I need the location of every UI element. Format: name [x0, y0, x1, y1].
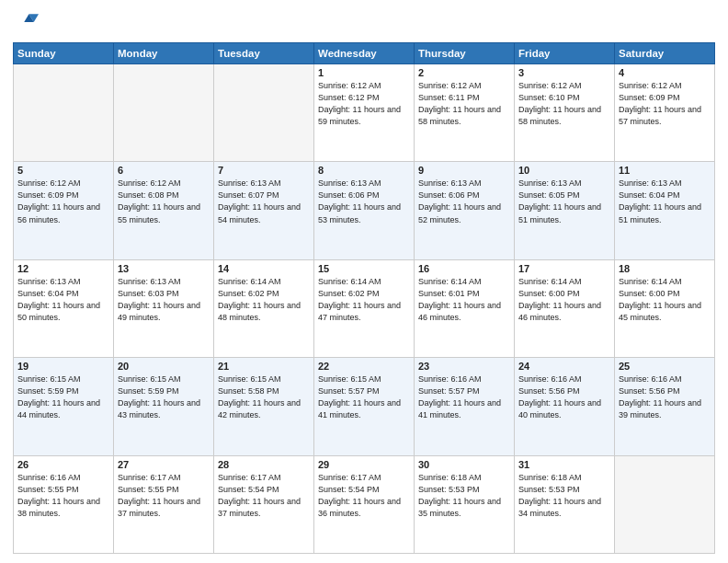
day-info: Sunrise: 6:13 AMSunset: 6:06 PMDaylight:…: [318, 178, 410, 225]
day-info: Sunrise: 6:12 AMSunset: 6:11 PMDaylight:…: [418, 80, 510, 128]
day-info: Sunrise: 6:13 AMSunset: 6:05 PMDaylight:…: [518, 178, 610, 225]
day-number: 6: [118, 165, 210, 176]
day-number: 17: [518, 263, 610, 274]
weekday-header-saturday: Saturday: [615, 43, 715, 64]
day-number: 27: [118, 459, 210, 470]
day-number: 16: [418, 263, 510, 274]
calendar-cell: [114, 64, 214, 162]
day-number: 14: [218, 263, 310, 274]
calendar-cell: 27Sunrise: 6:17 AMSunset: 5:55 PMDayligh…: [114, 455, 214, 553]
day-info: Sunrise: 6:17 AMSunset: 5:54 PMDaylight:…: [218, 472, 310, 520]
day-info: Sunrise: 6:15 AMSunset: 5:59 PMDaylight:…: [17, 373, 109, 421]
day-number: 19: [17, 361, 109, 372]
day-info: Sunrise: 6:18 AMSunset: 5:53 PMDaylight:…: [418, 472, 510, 520]
day-info: Sunrise: 6:12 AMSunset: 6:09 PMDaylight:…: [17, 178, 109, 225]
calendar-cell: [14, 64, 114, 162]
day-number: 1: [318, 67, 410, 78]
weekday-header-wednesday: Wednesday: [314, 43, 415, 64]
day-info: Sunrise: 6:14 AMSunset: 6:01 PMDaylight:…: [418, 276, 510, 324]
day-number: 13: [118, 263, 210, 274]
week-row-2: 5Sunrise: 6:12 AMSunset: 6:09 PMDaylight…: [14, 162, 715, 259]
day-number: 3: [518, 67, 610, 78]
calendar-cell: 14Sunrise: 6:14 AMSunset: 6:02 PMDayligh…: [214, 259, 314, 357]
day-number: 31: [518, 459, 610, 470]
calendar-cell: 8Sunrise: 6:13 AMSunset: 6:06 PMDaylight…: [314, 162, 415, 259]
day-number: 24: [518, 361, 610, 372]
week-row-4: 19Sunrise: 6:15 AMSunset: 5:59 PMDayligh…: [14, 358, 715, 455]
calendar-cell: 1Sunrise: 6:12 AMSunset: 6:12 PMDaylight…: [314, 64, 415, 162]
calendar-cell: 25Sunrise: 6:16 AMSunset: 5:56 PMDayligh…: [615, 358, 715, 455]
calendar-cell: 16Sunrise: 6:14 AMSunset: 6:01 PMDayligh…: [415, 259, 515, 357]
calendar-cell: 12Sunrise: 6:13 AMSunset: 6:04 PMDayligh…: [14, 259, 114, 357]
day-info: Sunrise: 6:18 AMSunset: 5:53 PMDaylight:…: [518, 472, 610, 520]
day-number: 26: [17, 459, 109, 470]
week-row-5: 26Sunrise: 6:16 AMSunset: 5:55 PMDayligh…: [14, 455, 715, 553]
calendar-cell: 17Sunrise: 6:14 AMSunset: 6:00 PMDayligh…: [515, 259, 615, 357]
day-number: 2: [418, 67, 510, 78]
day-info: Sunrise: 6:13 AMSunset: 6:06 PMDaylight:…: [418, 178, 510, 225]
day-number: 7: [218, 165, 310, 176]
day-number: 20: [118, 361, 210, 372]
day-info: Sunrise: 6:16 AMSunset: 5:56 PMDaylight:…: [619, 373, 711, 421]
day-info: Sunrise: 6:12 AMSunset: 6:12 PMDaylight:…: [318, 80, 410, 128]
day-number: 11: [619, 165, 711, 176]
calendar-cell: 31Sunrise: 6:18 AMSunset: 5:53 PMDayligh…: [515, 455, 615, 553]
calendar-cell: [615, 455, 715, 553]
day-info: Sunrise: 6:12 AMSunset: 6:08 PMDaylight:…: [118, 178, 210, 225]
week-row-1: 1Sunrise: 6:12 AMSunset: 6:12 PMDaylight…: [14, 64, 715, 162]
day-number: 8: [318, 165, 410, 176]
weekday-header-sunday: Sunday: [14, 43, 114, 64]
calendar-cell: 20Sunrise: 6:15 AMSunset: 5:59 PMDayligh…: [114, 358, 214, 455]
day-number: 9: [418, 165, 510, 176]
day-info: Sunrise: 6:14 AMSunset: 6:00 PMDaylight:…: [619, 276, 711, 324]
calendar-cell: 26Sunrise: 6:16 AMSunset: 5:55 PMDayligh…: [14, 455, 114, 553]
day-info: Sunrise: 6:13 AMSunset: 6:04 PMDaylight:…: [17, 276, 109, 324]
calendar-cell: 4Sunrise: 6:12 AMSunset: 6:09 PMDaylight…: [615, 64, 715, 162]
calendar-cell: 7Sunrise: 6:13 AMSunset: 6:07 PMDaylight…: [214, 162, 314, 259]
day-info: Sunrise: 6:16 AMSunset: 5:57 PMDaylight:…: [418, 373, 510, 421]
calendar-cell: [214, 64, 314, 162]
day-number: 28: [218, 459, 310, 470]
day-number: 23: [418, 361, 510, 372]
calendar-cell: 3Sunrise: 6:12 AMSunset: 6:10 PMDaylight…: [515, 64, 615, 162]
calendar-cell: 11Sunrise: 6:13 AMSunset: 6:04 PMDayligh…: [615, 162, 715, 259]
header: [13, 9, 715, 35]
day-info: Sunrise: 6:16 AMSunset: 5:56 PMDaylight:…: [518, 373, 610, 421]
day-number: 22: [318, 361, 410, 372]
weekday-header-thursday: Thursday: [415, 43, 515, 64]
calendar-cell: 2Sunrise: 6:12 AMSunset: 6:11 PMDaylight…: [415, 64, 515, 162]
calendar-cell: 15Sunrise: 6:14 AMSunset: 6:02 PMDayligh…: [314, 259, 415, 357]
day-info: Sunrise: 6:14 AMSunset: 6:02 PMDaylight:…: [218, 276, 310, 324]
calendar-cell: 28Sunrise: 6:17 AMSunset: 5:54 PMDayligh…: [214, 455, 314, 553]
calendar-cell: 5Sunrise: 6:12 AMSunset: 6:09 PMDaylight…: [14, 162, 114, 259]
calendar-cell: 24Sunrise: 6:16 AMSunset: 5:56 PMDayligh…: [515, 358, 615, 455]
day-info: Sunrise: 6:15 AMSunset: 5:58 PMDaylight:…: [218, 373, 310, 421]
calendar-cell: 9Sunrise: 6:13 AMSunset: 6:06 PMDaylight…: [415, 162, 515, 259]
day-info: Sunrise: 6:17 AMSunset: 5:55 PMDaylight:…: [118, 472, 210, 520]
day-number: 4: [619, 67, 711, 78]
weekday-header-monday: Monday: [114, 43, 214, 64]
weekday-header-friday: Friday: [515, 43, 615, 64]
day-info: Sunrise: 6:16 AMSunset: 5:55 PMDaylight:…: [17, 472, 109, 520]
logo: [13, 9, 40, 35]
weekday-header-tuesday: Tuesday: [214, 43, 314, 64]
day-number: 25: [619, 361, 711, 372]
day-number: 12: [17, 263, 109, 274]
day-number: 18: [619, 263, 711, 274]
calendar-cell: 19Sunrise: 6:15 AMSunset: 5:59 PMDayligh…: [14, 358, 114, 455]
day-info: Sunrise: 6:17 AMSunset: 5:54 PMDaylight:…: [318, 472, 410, 520]
day-info: Sunrise: 6:12 AMSunset: 6:10 PMDaylight:…: [518, 80, 610, 128]
logo-icon: [13, 9, 39, 35]
weekday-header-row: SundayMondayTuesdayWednesdayThursdayFrid…: [14, 43, 715, 64]
calendar: SundayMondayTuesdayWednesdayThursdayFrid…: [13, 42, 715, 554]
day-info: Sunrise: 6:14 AMSunset: 6:00 PMDaylight:…: [518, 276, 610, 324]
calendar-cell: 29Sunrise: 6:17 AMSunset: 5:54 PMDayligh…: [314, 455, 415, 553]
day-info: Sunrise: 6:13 AMSunset: 6:03 PMDaylight:…: [118, 276, 210, 324]
calendar-cell: 10Sunrise: 6:13 AMSunset: 6:05 PMDayligh…: [515, 162, 615, 259]
day-number: 10: [518, 165, 610, 176]
day-info: Sunrise: 6:12 AMSunset: 6:09 PMDaylight:…: [619, 80, 711, 128]
day-info: Sunrise: 6:15 AMSunset: 5:59 PMDaylight:…: [118, 373, 210, 421]
day-number: 15: [318, 263, 410, 274]
calendar-cell: 13Sunrise: 6:13 AMSunset: 6:03 PMDayligh…: [114, 259, 214, 357]
day-info: Sunrise: 6:15 AMSunset: 5:57 PMDaylight:…: [318, 373, 410, 421]
